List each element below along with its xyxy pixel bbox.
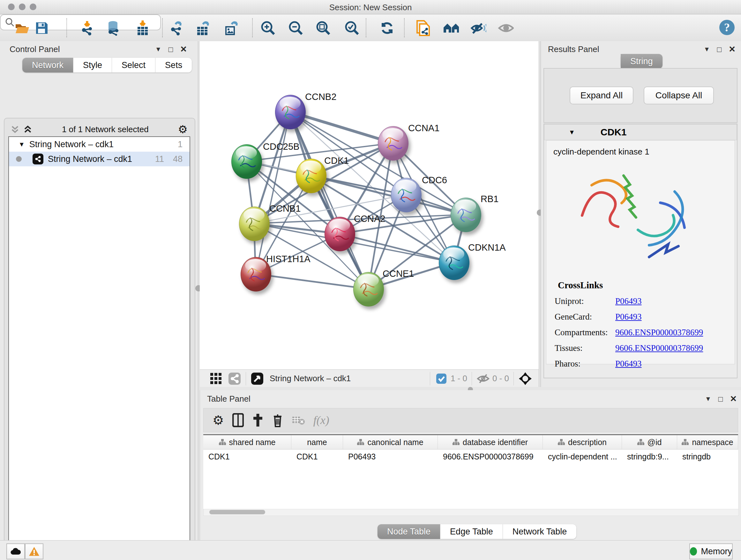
- cell-description[interactable]: cyclin-dependent ...: [543, 449, 622, 463]
- float-panel-icon[interactable]: □: [169, 45, 173, 54]
- node-CCNB1[interactable]: [239, 206, 270, 241]
- grid-view-icon[interactable]: [209, 372, 223, 385]
- protein-section-header[interactable]: ▼ CDK1: [544, 124, 737, 140]
- function-builder-icon[interactable]: f(x): [313, 414, 329, 427]
- import-table-icon[interactable]: [135, 20, 151, 36]
- tab-network-table[interactable]: Network Table: [503, 524, 577, 539]
- node-RB1[interactable]: [451, 198, 481, 232]
- expand-all-button[interactable]: Expand All: [569, 86, 633, 105]
- neighborhood-icon[interactable]: [443, 20, 459, 36]
- save-session-icon[interactable]: [34, 20, 50, 36]
- float-menu-icon[interactable]: ▼: [705, 395, 711, 402]
- crosslink-value-link[interactable]: P06493: [615, 296, 642, 306]
- horizontal-splitter[interactable]: [200, 387, 741, 390]
- close-panel-icon[interactable]: ✕: [180, 44, 187, 54]
- cell-shared-name[interactable]: CDK1: [203, 449, 291, 463]
- column-header-shared-name[interactable]: shared name: [203, 435, 291, 449]
- collapse-arrow-icon[interactable]: ▼: [18, 141, 25, 148]
- column-header-database-identifier[interactable]: database identifier: [438, 435, 543, 449]
- birdseye-view-icon[interactable]: [251, 372, 264, 385]
- hidden-eye-icon[interactable]: [476, 372, 490, 385]
- network-collection-row[interactable]: ▼ String Network – cdk1 1: [9, 137, 190, 152]
- node-CCNA1[interactable]: [378, 126, 408, 161]
- expand-all-icon[interactable]: [23, 125, 32, 134]
- protein-description: cyclin-dependent kinase 1: [553, 147, 735, 157]
- tab-string[interactable]: String: [621, 54, 663, 69]
- edge-HIST1H1A-CCNE1[interactable]: [256, 274, 368, 289]
- export-network-icon[interactable]: [169, 20, 185, 36]
- gear-icon[interactable]: ⚙: [212, 413, 224, 428]
- tab-select[interactable]: Select: [112, 58, 155, 72]
- help-icon[interactable]: ?: [719, 19, 735, 36]
- collapse-arrow-icon[interactable]: ▼: [569, 129, 575, 136]
- column-header-description[interactable]: description: [543, 435, 622, 449]
- add-column-icon[interactable]: [252, 413, 264, 427]
- column-header-namespace[interactable]: namespace: [677, 435, 738, 449]
- tab-sets[interactable]: Sets: [155, 58, 192, 72]
- zoom-fit-icon[interactable]: [315, 20, 331, 36]
- collapse-all-button[interactable]: Collapse All: [644, 86, 714, 105]
- open-session-icon[interactable]: [14, 20, 30, 36]
- node-label-CDC6: CDC6: [422, 175, 447, 186]
- close-panel-icon[interactable]: ✕: [730, 394, 737, 404]
- column-header-@id[interactable]: @id: [622, 435, 677, 449]
- node-CDC25B[interactable]: [231, 144, 262, 179]
- cell-canonical-name[interactable]: P06493: [343, 449, 438, 463]
- column-header-canonical-name[interactable]: canonical name: [343, 435, 438, 449]
- cell-@id[interactable]: stringdb:9...: [622, 449, 677, 463]
- node-CDKN1A[interactable]: [439, 246, 469, 280]
- warning-button[interactable]: [25, 543, 44, 559]
- export-table-icon[interactable]: [195, 20, 211, 36]
- gear-icon[interactable]: ⚙: [178, 123, 188, 136]
- zoom-selected-icon[interactable]: [344, 20, 360, 36]
- cell-database-identifier[interactable]: 9606.ENSP00000378699: [438, 449, 543, 463]
- node-CDC6[interactable]: [391, 178, 421, 212]
- show-details-icon[interactable]: [498, 20, 514, 36]
- cloud-button[interactable]: [6, 543, 25, 559]
- network-view-type-icon[interactable]: [228, 372, 241, 385]
- zoom-out-icon[interactable]: [288, 20, 304, 36]
- columns-icon[interactable]: [232, 413, 244, 427]
- float-panel-icon[interactable]: □: [717, 45, 722, 54]
- crosslink-value-link[interactable]: 9606.ENSP00000378699: [615, 343, 703, 353]
- crosslink-value-link[interactable]: P06493: [615, 359, 642, 369]
- crosshair-icon[interactable]: [518, 372, 532, 385]
- tab-node-table[interactable]: Node Table: [378, 524, 441, 539]
- close-panel-icon[interactable]: ✕: [729, 44, 736, 54]
- float-menu-icon[interactable]: ▼: [155, 46, 161, 53]
- cell-name[interactable]: CDK1: [291, 449, 343, 463]
- tab-network[interactable]: Network: [22, 58, 73, 72]
- collapse-all-icon[interactable]: [10, 125, 20, 134]
- table-row[interactable]: CDK1CDK1P064939606.ENSP00000378699cyclin…: [203, 449, 738, 463]
- delete-table-icon[interactable]: [292, 415, 305, 426]
- tab-edge-table[interactable]: Edge Table: [441, 524, 503, 539]
- network-row[interactable]: String Network – cdk1 11 48: [9, 152, 190, 166]
- column-header-name[interactable]: name: [291, 435, 343, 449]
- copy-network-icon[interactable]: [415, 20, 431, 36]
- node-CDK1[interactable]: [296, 159, 327, 193]
- float-menu-icon[interactable]: ▼: [704, 46, 710, 53]
- selected-checkbox-icon[interactable]: [434, 372, 448, 385]
- node-CCNA2[interactable]: [325, 217, 355, 251]
- edge-CCNB2-CCNA1[interactable]: [290, 112, 393, 143]
- import-network-icon[interactable]: [79, 20, 95, 36]
- main-toolbar: ?: [0, 14, 741, 42]
- horizontal-scrollbar[interactable]: [203, 509, 739, 516]
- zoom-in-icon[interactable]: [260, 20, 276, 36]
- edge-CCNB2-HIST1H1A[interactable]: [256, 112, 290, 274]
- float-panel-icon[interactable]: □: [718, 395, 723, 403]
- cell-namespace[interactable]: stringdb: [677, 449, 738, 463]
- crosslink-value-link[interactable]: 9606.ENSP00000378699: [615, 327, 703, 337]
- memory-button[interactable]: Memory: [689, 543, 733, 559]
- delete-column-icon[interactable]: [272, 413, 283, 427]
- tab-style[interactable]: Style: [73, 58, 112, 72]
- crosslink-value-link[interactable]: P06493: [615, 312, 642, 322]
- export-image-icon[interactable]: [223, 20, 239, 36]
- node-CCNE1[interactable]: [353, 272, 384, 307]
- hide-details-icon[interactable]: [470, 20, 486, 36]
- import-database-icon[interactable]: [105, 20, 121, 36]
- node-CCNB2[interactable]: [275, 95, 306, 129]
- network-canvas[interactable]: CCNB2 CCNA1 CDC25B CDK1 CDC6: [200, 41, 539, 369]
- refresh-layout-icon[interactable]: [379, 20, 395, 36]
- scrollbar-thumb[interactable]: [209, 510, 265, 514]
